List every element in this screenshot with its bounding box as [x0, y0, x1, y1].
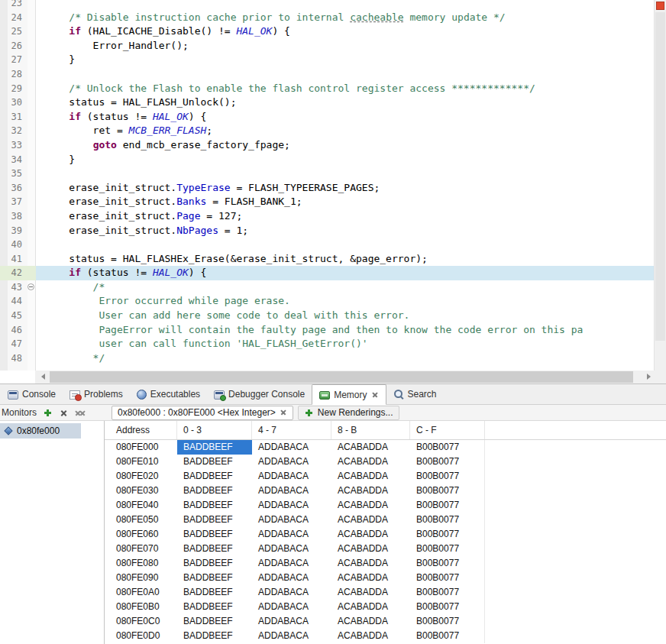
memory-cell[interactable]: ADDABACA [252, 585, 331, 600]
code-line-26[interactable]: 26 Error_Handler(); [0, 39, 654, 53]
memory-cell[interactable]: BADDBEEF [177, 585, 252, 600]
memory-cell[interactable]: ADDABACA [252, 469, 331, 484]
code-line-27[interactable]: 27 } [0, 53, 654, 67]
memory-address[interactable]: 080FE020 [105, 469, 177, 484]
code-editor[interactable]: 2324 /* Disable instruction cache prior … [0, 0, 666, 371]
memory-address[interactable]: 080FE0A0 [105, 585, 177, 600]
memory-address[interactable]: 080FE0C0 [105, 614, 177, 629]
memory-cell[interactable]: ADDABACA [252, 614, 331, 629]
view-tab-debugger-console[interactable]: Debugger Console [207, 384, 312, 404]
view-tab-search[interactable]: Search [386, 384, 444, 404]
memory-cell[interactable]: ADDABACA [252, 527, 331, 542]
memory-address[interactable]: 080FE010 [105, 455, 177, 469]
memory-cell[interactable]: ADDABACA [252, 440, 331, 455]
code-line-47[interactable]: 47 user can call function 'HAL_FLASH_Get… [0, 337, 654, 351]
error-annotation-marker[interactable] [656, 2, 664, 10]
memory-address[interactable]: 080FE030 [105, 484, 177, 498]
memory-cell[interactable]: BADDBEEF [177, 542, 252, 556]
memory-cell[interactable]: ACABADDA [331, 469, 410, 484]
code-line-31[interactable]: 31 if (status != HAL_OK) { [0, 110, 654, 125]
memory-address[interactable]: 080FE0D0 [105, 629, 177, 643]
code-line-48[interactable]: 48 */ [0, 351, 654, 366]
memory-address[interactable]: 080FE090 [105, 571, 177, 585]
memory-cell[interactable]: ACABADDA [331, 542, 410, 556]
code-line-24[interactable]: 24 /* Disable instruction cache prior to… [0, 11, 654, 25]
memory-cell[interactable]: B00B0077 [410, 513, 485, 527]
memory-monitor-item[interactable]: 0x80fe000 [0, 423, 81, 439]
memory-cell[interactable]: B00B0077 [410, 455, 485, 469]
memory-cell[interactable]: B00B0077 [410, 469, 485, 484]
rendering-tab-new-renderings[interactable]: New Renderings... [298, 406, 399, 420]
memory-address[interactable]: 080FE050 [105, 513, 177, 527]
memory-cell[interactable]: BADDBEEF [177, 484, 252, 498]
memory-address[interactable]: 080FE0B0 [105, 600, 177, 614]
memory-cell[interactable]: BADDBEEF [177, 614, 252, 629]
memory-cell[interactable]: ADDABACA [252, 455, 331, 469]
view-tab-memory[interactable]: Memory [312, 384, 386, 405]
memory-cell[interactable]: ADDABACA [252, 629, 331, 643]
code-line-29[interactable]: 29 /* Unlock the Flash to enable the fla… [0, 82, 654, 96]
memory-cell[interactable]: B00B0077 [410, 571, 485, 585]
code-line-41[interactable]: 41 status = HAL_FLASHEx_Erase(&erase_ini… [0, 252, 654, 267]
memory-cell[interactable]: BADDBEEF [177, 556, 252, 571]
close-icon[interactable] [280, 409, 287, 416]
memory-cell[interactable]: ACABADDA [331, 527, 410, 542]
code-line-30[interactable]: 30 status = HAL_FLASH_Unlock(); [0, 95, 654, 110]
code-line-36[interactable]: 36 erase_init_struct.TypeErase = FLASH_T… [0, 181, 654, 196]
code-line-46[interactable]: 46 PageError will contain the faulty pag… [0, 323, 654, 338]
memory-cell[interactable]: ACABADDA [331, 571, 410, 585]
memory-cell[interactable]: ADDABACA [252, 484, 331, 498]
memory-cell[interactable]: B00B0077 [410, 556, 485, 571]
memory-cell[interactable]: B00B0077 [410, 484, 485, 498]
memory-cell[interactable]: ACABADDA [331, 455, 410, 469]
memory-cell[interactable]: B00B0077 [410, 498, 485, 513]
memory-cell[interactable]: ADDABACA [252, 556, 331, 571]
memory-cell[interactable]: ADDABACA [252, 542, 331, 556]
memory-cell[interactable]: B00B0077 [410, 600, 485, 614]
memory-cell[interactable]: BADDBEEF [177, 455, 252, 469]
scroll-left-arrow[interactable] [35, 371, 48, 383]
view-tab-executables[interactable]: Executables [130, 384, 207, 404]
memory-cell[interactable]: BADDBEEF [177, 527, 252, 542]
code-line-43[interactable]: 43 /* [0, 280, 654, 295]
code-line-40[interactable]: 40 [0, 238, 654, 252]
memory-cell[interactable]: BADDBEEF [177, 469, 252, 484]
code-line-45[interactable]: 45 User can add here some code to deal w… [0, 309, 654, 323]
memory-address[interactable]: 080FE040 [105, 498, 177, 513]
memory-cell[interactable]: ADDABACA [252, 513, 331, 527]
memory-address[interactable]: 080FE070 [105, 542, 177, 556]
memory-cell[interactable]: ADDABACA [252, 600, 331, 614]
memory-cell[interactable]: ACABADDA [331, 440, 410, 455]
memory-address[interactable]: 080FE000 [105, 440, 177, 455]
memory-cell[interactable]: BADDBEEF [177, 571, 252, 585]
memory-cell[interactable]: B00B0077 [410, 440, 485, 455]
memory-cell[interactable]: ACABADDA [331, 614, 410, 629]
code-line-44[interactable]: 44 Error occurred while page erase. [0, 294, 654, 309]
horizontal-scrollbar-thumb[interactable] [50, 371, 633, 383]
view-tab-problems[interactable]: Problems [63, 384, 130, 404]
memory-cell[interactable]: BADDBEEF [177, 440, 252, 455]
memory-cell[interactable]: ACABADDA [331, 629, 410, 643]
memory-cell[interactable]: BADDBEEF [177, 513, 252, 527]
vertical-scrollbar-thumb[interactable] [655, 12, 665, 341]
memory-address[interactable]: 080FE060 [105, 527, 177, 542]
rendering-tab-0x80fe000-0x80fe000-hex-integer[interactable]: 0x80fe000 : 0x80FE000 <Hex Integer> [112, 406, 293, 420]
code-line-39[interactable]: 39 erase_init_struct.NbPages = 1; [0, 224, 654, 238]
code-line-25[interactable]: 25 if (HAL_ICACHE_Disable() != HAL_OK) { [0, 24, 654, 39]
close-icon[interactable] [371, 391, 379, 399]
scroll-right-arrow[interactable] [644, 371, 657, 383]
memory-cell[interactable]: ACABADDA [331, 484, 410, 498]
memory-cell[interactable]: ACABADDA [331, 585, 410, 600]
code-line-32[interactable]: 32 ret = MCB_ERR_FLASH; [0, 124, 654, 138]
editor-horizontal-scrollbar[interactable] [0, 371, 666, 383]
remove-all-memory-monitors-icon[interactable] [75, 408, 88, 418]
code-line-38[interactable]: 38 erase_init_struct.Page = 127; [0, 209, 654, 224]
code-line-34[interactable]: 34 } [0, 153, 654, 167]
remove-memory-monitor-icon[interactable] [59, 408, 69, 418]
memory-cell[interactable]: BADDBEEF [177, 629, 252, 643]
memory-address[interactable]: 080FE080 [105, 556, 177, 571]
memory-cell[interactable]: ADDABACA [252, 571, 331, 585]
memory-cell[interactable]: BADDBEEF [177, 498, 252, 513]
memory-cell[interactable]: B00B0077 [410, 585, 485, 600]
memory-cell[interactable]: ACABADDA [331, 600, 410, 614]
